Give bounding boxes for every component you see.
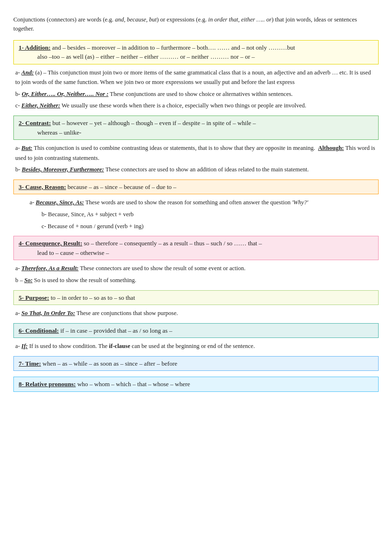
cause-para-b: b- Because, Since, As + subject + verb xyxy=(15,210,377,220)
section-content-purpose: a- So That, In Order To: These are conju… xyxy=(13,308,379,318)
section-label-purpose: 5- Purpose: xyxy=(19,294,49,301)
section-header-cause: 3- Cause, Reason: because – as – since –… xyxy=(13,179,379,195)
section-header-time: 7- Time: when – as – while – as soon as … xyxy=(13,356,379,371)
section-header-purpose: 5- Purpose: to – in order to – so as to … xyxy=(13,290,379,305)
section-label-conditional: 6- Conditional: xyxy=(19,327,59,334)
section-label-relative: 8- Relative pronouns: xyxy=(19,380,76,388)
consequence-para-b: b – So: So is used to show the result of… xyxy=(15,275,377,285)
intro-text: Conjunctions (connectors) are words (e.g… xyxy=(13,15,379,33)
section-header-relative: 8- Relative pronouns: who – whom – which… xyxy=(13,377,379,392)
section-label-cause: 3- Cause, Reason: xyxy=(19,183,66,190)
cause-para-c: c- Because of + noun / gerund (verb + in… xyxy=(15,221,377,232)
section-header-addition: 1- Addition: and – besides – moreover – … xyxy=(13,40,379,64)
contrast-para-a: a- But: This conjunction is used to comb… xyxy=(15,143,377,163)
section-header-conditional: 6- Conditional: if – in case – provided … xyxy=(13,323,379,338)
section-content-conditional: a- If: If is used to show condition. The… xyxy=(13,341,379,351)
section-label-consequence: 4- Consequence, Result: xyxy=(19,240,82,247)
purpose-para-a: a- So That, In Order To: These are conju… xyxy=(15,308,377,318)
consequence-para-a: a- Therefore, As a Result: These connect… xyxy=(15,263,377,274)
section-label-contrast: 2- Contrast: xyxy=(19,119,51,126)
section-label-time: 7- Time: xyxy=(19,360,41,367)
section-content-addition: a- And: (a) – This conjunction must join… xyxy=(13,68,379,111)
contrast-para-b: b- Besides, Moreover, Furthermore: These… xyxy=(15,165,377,175)
section-header-consequence: 4- Consequence, Result: so – therefore –… xyxy=(13,236,379,260)
section-content-cause: a- Because, Since, As: These words are u… xyxy=(13,198,379,231)
addition-para-c: c- Either, Neither: We usually use these… xyxy=(15,101,377,111)
sections-container: 1- Addition: and – besides – moreover – … xyxy=(13,40,379,392)
conditional-para-a: a- If: If is used to show condition. The… xyxy=(15,341,377,351)
section-content-contrast: a- But: This conjunction is used to comb… xyxy=(13,143,379,175)
addition-para-b: b- Or, Either….. Or, Neither….. Nor : Th… xyxy=(15,89,377,99)
section-label-addition: 1- Addition: xyxy=(19,44,51,51)
cause-para-a: a- Because, Since, As: These words are u… xyxy=(15,198,377,208)
addition-para-a: a- And: (a) – This conjunction must join… xyxy=(15,68,377,87)
section-content-consequence: a- Therefore, As a Result: These connect… xyxy=(13,263,379,285)
section-header-contrast: 2- Contrast: but – however – yet – altho… xyxy=(13,116,379,140)
